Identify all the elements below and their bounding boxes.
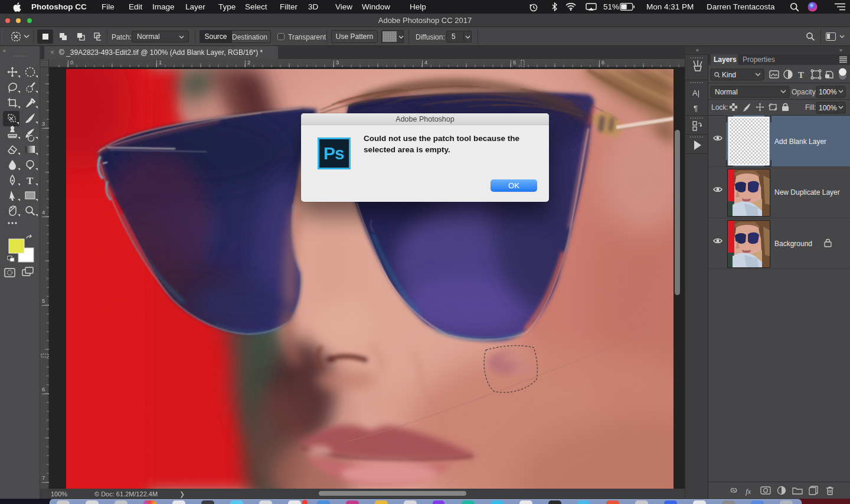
svg-text:New Duplicate Layer: New Duplicate Layer xyxy=(774,188,840,197)
svg-text:T: T xyxy=(798,70,804,80)
svg-text:»: » xyxy=(839,47,842,53)
svg-text:6: 6 xyxy=(42,386,45,392)
svg-text:5: 5 xyxy=(513,59,516,66)
svg-text:5: 5 xyxy=(42,297,45,304)
svg-text:Properties: Properties xyxy=(743,55,775,64)
svg-text:7: 7 xyxy=(42,474,45,481)
svg-text:«: « xyxy=(3,48,6,54)
svg-text:4: 4 xyxy=(424,59,427,66)
svg-text:Layers: Layers xyxy=(714,55,737,64)
svg-text:fx: fx xyxy=(746,487,751,496)
svg-text:100%: 100% xyxy=(819,88,837,96)
svg-text:2: 2 xyxy=(247,59,250,66)
svg-text:1: 1 xyxy=(159,59,162,66)
svg-text:Fill:: Fill: xyxy=(805,103,816,112)
svg-text:A|: A| xyxy=(692,89,699,97)
svg-text:Kind: Kind xyxy=(722,71,736,79)
svg-text:4: 4 xyxy=(42,209,45,215)
svg-text:Opacity:: Opacity: xyxy=(792,88,818,96)
svg-text:¶: ¶ xyxy=(694,104,698,113)
svg-text:6: 6 xyxy=(601,59,604,66)
svg-text:Normal: Normal xyxy=(715,88,738,96)
svg-text:3: 3 xyxy=(42,120,45,127)
svg-text:«: « xyxy=(696,47,699,53)
svg-text:Background: Background xyxy=(774,240,812,248)
svg-text:100%: 100% xyxy=(819,104,837,112)
svg-text:Add Blank Layer: Add Blank Layer xyxy=(774,138,826,146)
svg-text:T: T xyxy=(27,175,34,186)
svg-text:0: 0 xyxy=(70,59,73,66)
svg-text:3: 3 xyxy=(336,59,339,66)
svg-text:Lock:: Lock: xyxy=(711,103,728,112)
